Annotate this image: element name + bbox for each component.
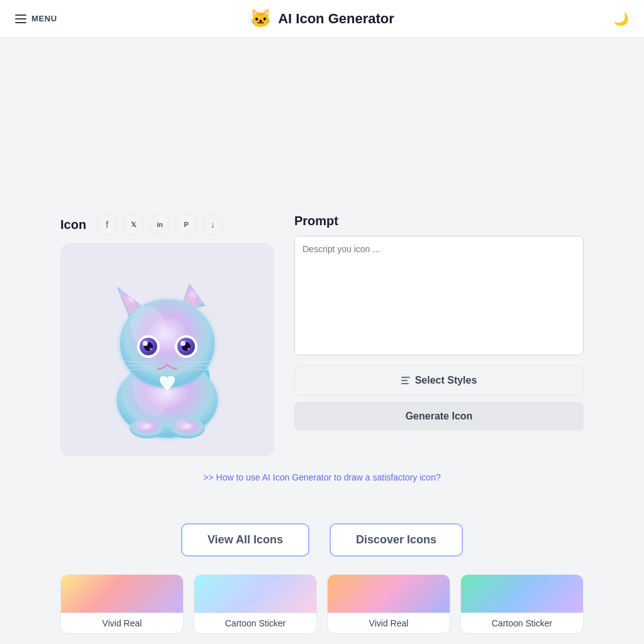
prompt-title: Prompt <box>294 214 584 228</box>
svg-line-22 <box>178 365 213 366</box>
svg-point-26 <box>136 420 148 430</box>
svg-point-24 <box>130 418 165 438</box>
style-card-image-1 <box>194 575 316 613</box>
header: MENU 🐱 AI Icon Generator 🌙 <box>0 0 644 38</box>
generate-label: Generate Icon <box>406 411 473 421</box>
icon-panel-title: Icon <box>60 218 86 232</box>
style-card-label-3: Cartoon Sticker <box>461 613 583 633</box>
site-branding: 🐱 AI Icon Generator <box>250 8 394 29</box>
list-icon <box>401 377 410 384</box>
how-to-link[interactable]: >> How to use AI Icon Generator to draw … <box>203 472 440 482</box>
pinterest-share-button[interactable]: P <box>175 214 197 235</box>
prompt-textarea[interactable] <box>294 236 584 355</box>
linkedin-share-button[interactable]: in <box>149 214 170 235</box>
discover-icons-button[interactable]: Discover Icons <box>330 523 463 557</box>
style-card-1[interactable]: Cartoon Sticker <box>194 574 317 634</box>
facebook-share-button[interactable]: f <box>96 214 118 235</box>
cat-icon-svg <box>73 255 262 444</box>
how-to-section: >> How to use AI Icon Generator to draw … <box>60 472 584 483</box>
generator-section: Icon f 𝕏 in P ↓ <box>60 214 584 457</box>
icon-display <box>60 243 274 457</box>
icon-panel-header: Icon f 𝕏 in P ↓ <box>60 214 274 235</box>
svg-point-11 <box>143 341 148 346</box>
view-all-icons-button[interactable]: View All Icons <box>181 523 309 557</box>
style-card-label-2: Vivid Real <box>328 613 450 633</box>
select-styles-button[interactable]: Select Styles <box>294 365 584 396</box>
twitter-share-button[interactable]: 𝕏 <box>123 214 144 235</box>
style-card-3[interactable]: Cartoon Sticker <box>460 574 584 634</box>
style-card-image-0 <box>61 575 183 613</box>
hamburger-icon <box>15 14 26 23</box>
prompt-panel: Prompt Select Styles Generate Icon <box>294 214 584 431</box>
icon-panel: Icon f 𝕏 in P ↓ <box>60 214 274 457</box>
main-content: Icon f 𝕏 in P ↓ <box>45 214 599 523</box>
svg-line-19 <box>122 365 157 366</box>
menu-button[interactable]: MENU <box>15 14 57 23</box>
style-card-2[interactable]: Vivid Real <box>327 574 450 634</box>
ad-banner <box>0 38 644 214</box>
logo-icon: 🐱 <box>250 8 272 29</box>
svg-point-17 <box>187 348 190 350</box>
moon-icon: 🌙 <box>613 12 629 26</box>
svg-point-16 <box>180 341 186 346</box>
generate-icon-button[interactable]: Generate Icon <box>294 402 584 431</box>
site-title: AI Icon Generator <box>278 11 394 27</box>
download-button[interactable]: ↓ <box>202 214 223 235</box>
style-card-image-3 <box>461 575 583 613</box>
style-card-label-1: Cartoon Sticker <box>194 613 316 633</box>
svg-point-25 <box>170 418 205 438</box>
dark-mode-toggle[interactable]: 🌙 <box>613 11 629 26</box>
menu-label: MENU <box>31 14 57 23</box>
action-buttons-row: View All Icons Discover Icons <box>45 523 599 557</box>
style-card-label-0: Vivid Real <box>61 613 183 633</box>
select-styles-label: Select Styles <box>415 375 477 386</box>
social-icons: f 𝕏 in P ↓ <box>96 214 223 235</box>
svg-point-27 <box>176 420 189 430</box>
style-card-0[interactable]: Vivid Real <box>60 574 184 634</box>
style-cards-row: Vivid Real Cartoon Sticker Vivid Real Ca… <box>45 574 599 634</box>
svg-point-12 <box>150 348 152 350</box>
style-card-image-2 <box>328 575 450 613</box>
